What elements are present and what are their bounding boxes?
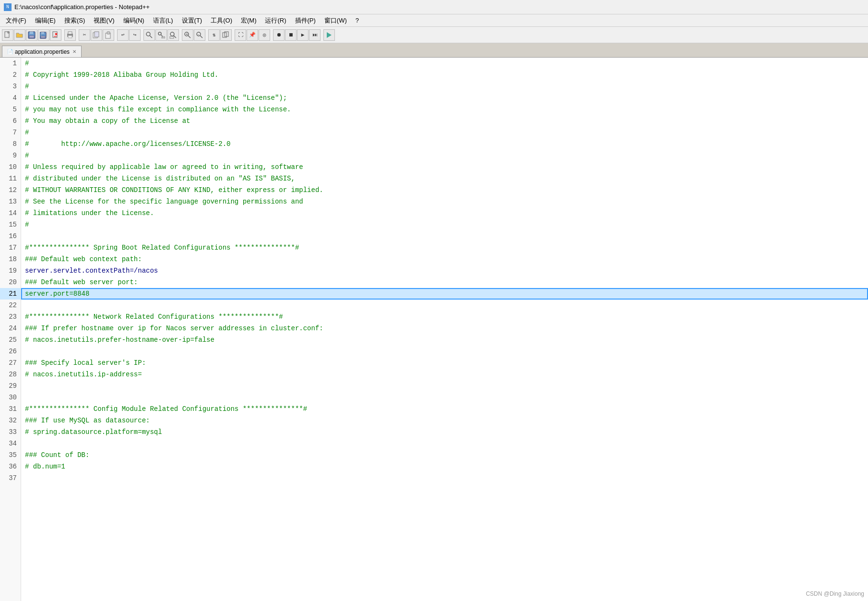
- tab-close-btn[interactable]: ✕: [72, 49, 76, 54]
- line-number-12: 12: [0, 184, 21, 196]
- toolbar-undo-btn[interactable]: ↩: [117, 29, 129, 41]
- code-line-32[interactable]: ### If use MySQL as datasource:: [21, 415, 868, 426]
- toolbar-fullscreen-btn[interactable]: ⛶: [235, 29, 246, 41]
- code-line-30[interactable]: [21, 392, 868, 403]
- code-line-4[interactable]: # Licensed under the Apache License, Ver…: [21, 92, 868, 104]
- code-line-26[interactable]: [21, 346, 868, 357]
- code-line-11[interactable]: # distributed under the License is distr…: [21, 173, 868, 184]
- toolbar-sep8: [271, 29, 273, 41]
- menu-help[interactable]: ?: [352, 16, 363, 25]
- code-line-31[interactable]: #*************** Config Module Related C…: [21, 403, 868, 415]
- line-number-35: 35: [0, 449, 21, 461]
- menu-search[interactable]: 搜索(S): [60, 15, 89, 26]
- code-line-36[interactable]: # db.num=1: [21, 461, 868, 472]
- code-line-6[interactable]: # You may obtain a copy of the License a…: [21, 115, 868, 127]
- svg-rect-19: [107, 32, 110, 34]
- toolbar-cut-btn[interactable]: ✂: [79, 29, 90, 41]
- code-line-29[interactable]: [21, 380, 868, 392]
- menu-macro[interactable]: 宏(M): [237, 15, 261, 26]
- menu-settings[interactable]: 设置(T): [178, 15, 206, 26]
- toolbar-sync-scroll-btn[interactable]: ⇅: [208, 29, 220, 41]
- toolbar-find-files-btn[interactable]: [167, 29, 179, 41]
- menu-language[interactable]: 语言(L): [149, 15, 177, 26]
- line-number-7: 7: [0, 127, 21, 138]
- toolbar-always-on-top-btn[interactable]: 📌: [247, 29, 258, 41]
- code-line-10[interactable]: # Unless required by applicable law or a…: [21, 161, 868, 173]
- menu-file[interactable]: 文件(F): [2, 15, 30, 26]
- toolbar-transparent-btn[interactable]: ◎: [259, 29, 270, 41]
- code-line-20[interactable]: ### Default web server port:: [21, 276, 868, 288]
- toolbar-find-btn[interactable]: [143, 29, 155, 41]
- code-line-1[interactable]: #: [21, 58, 868, 69]
- toolbar-zoom-in-btn[interactable]: +: [182, 29, 193, 41]
- line-number-33: 33: [0, 426, 21, 438]
- toolbar-print-btn[interactable]: [64, 29, 76, 41]
- menu-window[interactable]: 窗口(W): [321, 15, 351, 26]
- toolbar-stop-record-btn[interactable]: ⏹: [285, 29, 297, 41]
- code-line-25[interactable]: # nacos.inetutils.prefer-hostname-over-i…: [21, 334, 868, 346]
- code-line-17[interactable]: #*************** Spring Boot Related Con…: [21, 242, 868, 253]
- code-line-15[interactable]: #: [21, 219, 868, 230]
- toolbar-new-btn[interactable]: [2, 29, 13, 41]
- code-line-37[interactable]: [21, 472, 868, 484]
- code-line-8[interactable]: # http://www.apache.org/licenses/LICENSE…: [21, 138, 868, 150]
- toolbar-play-macro-btn[interactable]: ▶: [297, 29, 309, 41]
- toolbar-open-btn[interactable]: [14, 29, 25, 41]
- menu-plugins[interactable]: 插件(P): [291, 15, 320, 26]
- code-line-12[interactable]: # WITHOUT WARRANTIES OR CONDITIONS OF AN…: [21, 184, 868, 196]
- code-line-7[interactable]: #: [21, 127, 868, 138]
- line-number-16: 16: [0, 230, 21, 242]
- menu-edit[interactable]: 编辑(E): [31, 15, 59, 26]
- line-number-5: 5: [0, 104, 21, 115]
- toolbar-redo-btn[interactable]: ↪: [129, 29, 141, 41]
- menu-view[interactable]: 视图(V): [90, 15, 118, 26]
- svg-rect-27: [170, 36, 174, 38]
- code-line-28[interactable]: # nacos.inetutils.ip-address=: [21, 369, 868, 380]
- toolbar-sep9: [321, 29, 323, 41]
- code-line-21[interactable]: server.port=8848: [21, 288, 868, 300]
- menu-run[interactable]: 运行(R): [261, 15, 290, 26]
- code-line-18[interactable]: ### Default web context path:: [21, 253, 868, 265]
- code-line-16[interactable]: [21, 230, 868, 242]
- code-line-24[interactable]: ### If prefer hostname over ip for Nacos…: [21, 323, 868, 334]
- toolbar-sep2: [76, 29, 78, 41]
- line-number-32: 32: [0, 415, 21, 426]
- toolbar-save-btn[interactable]: [26, 29, 37, 41]
- toolbar-paste-btn[interactable]: [103, 29, 114, 41]
- toolbar-zoom-out-btn[interactable]: -: [194, 29, 205, 41]
- code-content[interactable]: ## Copyright 1999-2018 Alibaba Group Hol…: [21, 58, 868, 601]
- toolbar-close-btn[interactable]: [50, 29, 61, 41]
- file-tab[interactable]: 📄 application.properties ✕: [2, 46, 82, 57]
- code-line-13[interactable]: # See the License for the specific langu…: [21, 196, 868, 207]
- toolbar-sep7: [232, 29, 234, 41]
- toolbar-sep4: [141, 29, 143, 41]
- code-line-9[interactable]: #: [21, 150, 868, 161]
- code-line-35[interactable]: ### Count of DB:: [21, 449, 868, 461]
- toolbar-record-macro-btn[interactable]: ⏺: [273, 29, 285, 41]
- code-line-5[interactable]: # you may not use this file except in co…: [21, 104, 868, 115]
- code-line-23[interactable]: #*************** Network Related Configu…: [21, 311, 868, 323]
- toolbar-save-all-btn[interactable]: [38, 29, 49, 41]
- code-line-19[interactable]: server.servlet.contextPath=/nacos: [21, 265, 868, 276]
- toolbar-copy-btn[interactable]: [91, 29, 102, 41]
- line-number-26: 26: [0, 346, 21, 357]
- code-line-22[interactable]: [21, 300, 868, 311]
- code-line-27[interactable]: ### Specify local server's IP:: [21, 357, 868, 369]
- toolbar-clone-btn[interactable]: [220, 29, 232, 41]
- code-line-33[interactable]: # spring.datasource.platform=mysql: [21, 426, 868, 438]
- line-number-15: 15: [0, 219, 21, 230]
- code-line-2[interactable]: # Copyright 1999-2018 Alibaba Group Hold…: [21, 69, 868, 81]
- svg-rect-3: [30, 32, 33, 34]
- line-number-36: 36: [0, 461, 21, 472]
- line-number-37: 37: [0, 472, 21, 484]
- menu-tools[interactable]: 工具(O): [207, 15, 236, 26]
- toolbar-run-macro-multiple-btn[interactable]: ⏭: [309, 29, 321, 41]
- code-line-14[interactable]: # limitations under the License.: [21, 207, 868, 219]
- toolbar-run-btn[interactable]: [323, 29, 335, 41]
- toolbar-replace-btn[interactable]: ab: [155, 29, 167, 41]
- code-line-3[interactable]: #: [21, 81, 868, 92]
- code-line-34[interactable]: [21, 438, 868, 449]
- title-bar: N E:\nacos\conf\application.properties -…: [0, 0, 868, 14]
- svg-text:+: +: [186, 32, 188, 36]
- menu-encoding[interactable]: 编码(N): [119, 15, 148, 26]
